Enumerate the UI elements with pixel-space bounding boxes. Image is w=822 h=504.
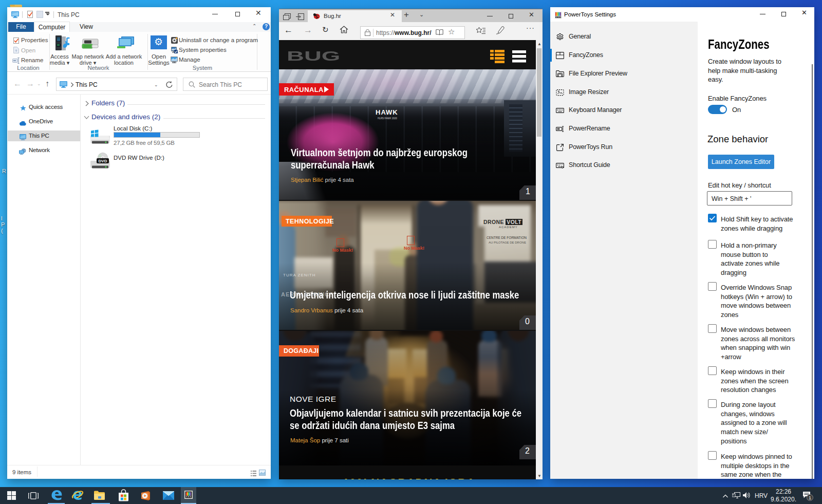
svg-text:DVD: DVD — [99, 159, 107, 163]
